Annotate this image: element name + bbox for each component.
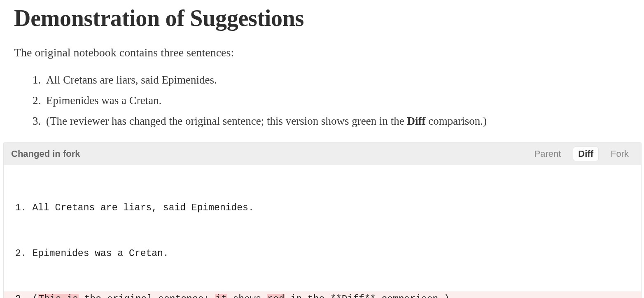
list-item: (The reviewer has changed the original s…	[44, 112, 630, 131]
diff-line-removed: -3. (This is the original sentence; it s…	[4, 291, 641, 298]
diff-removed-token: red	[267, 294, 285, 298]
list-text: (The reviewer has changed the original s…	[46, 115, 407, 127]
diff-line-context: 1. All Cretans are liars, said Epimenide…	[4, 200, 641, 217]
diff-text: the original sentence;	[79, 294, 215, 298]
diff-widget: Changed in fork Parent Diff Fork 1. All …	[3, 142, 642, 298]
diff-tabs: Parent Diff Fork	[530, 147, 634, 161]
diff-text: 3. (	[15, 294, 38, 298]
diff-body: 1. All Cretans are liars, said Epimenide…	[4, 165, 641, 298]
diff-text: shows	[227, 294, 267, 298]
tab-parent[interactable]: Parent	[530, 147, 566, 161]
gutter	[8, 201, 15, 216]
diff-text: 1. All Cretans are liars, said Epimenide…	[15, 203, 254, 213]
bold-diff-word: Diff	[407, 115, 425, 127]
diff-line-context: 2. Epimenides was a Cretan.	[4, 246, 641, 262]
diff-text: in the **Diff** comparison.)	[285, 294, 450, 298]
list-text: comparison.)	[425, 115, 486, 127]
diff-header: Changed in fork Parent Diff Fork	[4, 143, 641, 165]
diff-removed-token: it	[215, 294, 227, 298]
list-item: All Cretans are liars, said Epimenides.	[44, 71, 630, 90]
diff-header-label: Changed in fork	[11, 149, 80, 159]
gutter	[8, 247, 15, 261]
tab-fork[interactable]: Fork	[606, 147, 634, 161]
diff-text: 2. Epimenides was a Cretan.	[15, 248, 169, 259]
tab-diff[interactable]: Diff	[573, 147, 598, 161]
intro-text: The original notebook contains three sen…	[14, 46, 630, 59]
sentence-list: All Cretans are liars, said Epimenides. …	[14, 71, 630, 131]
diff-removed-token: This is	[38, 294, 79, 298]
gutter-minus-icon: -	[8, 292, 15, 298]
list-item: Epimenides was a Cretan.	[44, 91, 630, 110]
page-title: Demonstration of Suggestions	[14, 5, 630, 31]
page: Demonstration of Suggestions The origina…	[0, 5, 644, 298]
